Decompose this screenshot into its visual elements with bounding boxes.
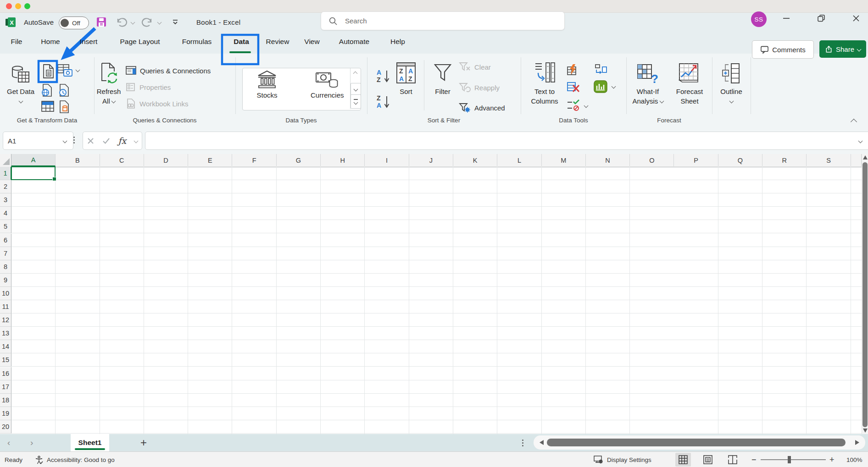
column-header-n[interactable]: N (586, 154, 630, 166)
from-picture-dropdown-icon[interactable] (76, 68, 80, 72)
vertical-scrollbar-thumb[interactable] (862, 162, 868, 427)
row-header-14[interactable]: 14 (0, 340, 11, 353)
column-header-k[interactable]: K (453, 154, 497, 166)
zoom-traffic-light[interactable] (24, 3, 30, 9)
fx-dropdown-icon[interactable] (134, 138, 139, 143)
select-all-corner[interactable] (0, 154, 11, 166)
row-header-8[interactable]: 8 (0, 260, 11, 274)
formula-bar-grip[interactable] (73, 137, 75, 143)
flash-fill-icon[interactable] (567, 64, 580, 76)
column-header-h[interactable]: H (321, 154, 365, 166)
avatar[interactable]: SS (751, 11, 767, 27)
from-table-icon[interactable] (41, 100, 54, 112)
expand-formula-bar-icon[interactable] (858, 138, 863, 143)
name-box-dropdown-icon[interactable] (63, 138, 67, 143)
sort-button[interactable]: Z A A Z Sort (393, 60, 419, 96)
cells-area[interactable] (11, 167, 862, 434)
scroll-left-icon[interactable] (540, 440, 544, 445)
row-header-13[interactable]: 13 (0, 327, 11, 340)
collapse-ribbon-button[interactable] (851, 117, 856, 125)
restore-button[interactable] (817, 14, 825, 22)
next-sheet-icon[interactable]: › (30, 434, 33, 451)
row-header-6[interactable]: 6 (0, 234, 11, 247)
customize-quick-access-icon[interactable] (172, 18, 179, 26)
comments-button[interactable]: Comments (752, 40, 814, 59)
previous-sheet-icon[interactable]: ‹ (7, 434, 10, 451)
menu-tab-data[interactable]: Data (226, 32, 257, 51)
horizontal-scrollbar-thumb[interactable] (547, 439, 846, 446)
page-layout-view-button[interactable] (700, 453, 716, 467)
row-header-16[interactable]: 16 (0, 367, 11, 380)
scroll-right-icon[interactable] (855, 440, 859, 445)
gallery-expand-icon[interactable] (351, 94, 361, 109)
scroll-down-icon[interactable] (863, 429, 868, 433)
from-text-csv-icon[interactable] (43, 64, 54, 78)
search-input[interactable] (344, 16, 529, 25)
menu-tab-page-layout[interactable]: Page Layout (112, 32, 168, 51)
redo-dropdown-icon[interactable] (157, 20, 162, 25)
sort-ascending-button[interactable]: A Z (376, 69, 390, 83)
page-break-view-button[interactable] (725, 453, 740, 467)
zoom-slider-track[interactable] (761, 459, 826, 460)
search-bar[interactable] (321, 11, 565, 30)
menu-tab-formulas[interactable]: Formulas (175, 32, 218, 51)
normal-view-button[interactable] (675, 453, 691, 467)
row-header-18[interactable]: 18 (0, 394, 11, 407)
formula-input[interactable] (145, 132, 868, 150)
stocks-button[interactable]: Stocks (256, 70, 278, 99)
data-validation-icon[interactable] (567, 99, 580, 111)
column-header-j[interactable]: J (409, 154, 453, 166)
row-header-9[interactable]: 9 (0, 274, 11, 287)
from-picture-icon[interactable] (57, 64, 73, 77)
autosave-toggle[interactable]: Off (59, 16, 89, 29)
column-header-p[interactable]: P (674, 154, 718, 166)
filter-button[interactable]: Filter (428, 60, 457, 96)
zoom-out-button[interactable]: − (751, 452, 757, 467)
column-header-b[interactable]: B (56, 154, 100, 166)
row-header-20[interactable]: 20 (0, 420, 11, 434)
column-header-d[interactable]: D (144, 154, 188, 166)
row-header-5[interactable]: 5 (0, 220, 11, 233)
column-header-g[interactable]: G (277, 154, 321, 166)
from-web-icon[interactable] (41, 84, 53, 97)
queries-connections-button[interactable]: Queries & Connections (126, 66, 211, 76)
row-header-10[interactable]: 10 (0, 287, 11, 300)
row-header-2[interactable]: 2 (0, 180, 11, 193)
data-validation-dropdown-icon[interactable] (584, 104, 589, 108)
zoom-slider-thumb[interactable] (788, 456, 791, 463)
what-if-analysis-button[interactable]: ? What-If Analysis (632, 60, 663, 106)
undo-dropdown-icon[interactable] (131, 20, 135, 25)
row-header-15[interactable]: 15 (0, 353, 11, 367)
share-button[interactable]: Share (819, 40, 866, 58)
row-header-19[interactable]: 19 (0, 407, 11, 420)
menu-tab-automate[interactable]: Automate (332, 32, 376, 51)
recent-sources-icon[interactable] (58, 84, 70, 97)
data-model-dropdown-icon[interactable] (612, 84, 616, 89)
selected-cell-a1[interactable] (11, 166, 56, 180)
zoom-in-button[interactable]: + (829, 452, 835, 467)
row-header-17[interactable]: 17 (0, 380, 11, 394)
row-header-1[interactable]: 1 (0, 167, 11, 180)
display-settings-button[interactable]: Display Settings (594, 452, 651, 467)
get-data-button[interactable]: Get Data (5, 60, 37, 106)
column-header-l[interactable]: L (497, 154, 541, 166)
redo-icon[interactable] (141, 17, 153, 27)
insert-function-icon[interactable]: ƒx (118, 136, 127, 146)
column-header-partial[interactable] (851, 154, 862, 166)
enter-icon[interactable] (102, 137, 110, 144)
menu-tab-help[interactable]: Help (384, 32, 411, 51)
cancel-icon[interactable] (87, 137, 94, 144)
row-header-4[interactable]: 4 (0, 207, 11, 220)
menu-tab-home[interactable]: Home (37, 32, 64, 51)
column-header-m[interactable]: M (542, 154, 586, 166)
forecast-sheet-button[interactable]: Forecast Sheet (671, 60, 708, 106)
column-header-f[interactable]: F (233, 154, 277, 166)
row-header-3[interactable]: 3 (0, 193, 11, 207)
column-header-e[interactable]: E (188, 154, 232, 166)
gallery-scroll-up-icon[interactable] (351, 72, 360, 75)
close-button[interactable] (852, 14, 860, 22)
column-header-c[interactable]: C (100, 154, 144, 166)
fill-handle[interactable] (52, 177, 56, 181)
minimize-traffic-light[interactable] (15, 3, 21, 9)
refresh-all-button[interactable]: Refresh All (95, 60, 123, 106)
